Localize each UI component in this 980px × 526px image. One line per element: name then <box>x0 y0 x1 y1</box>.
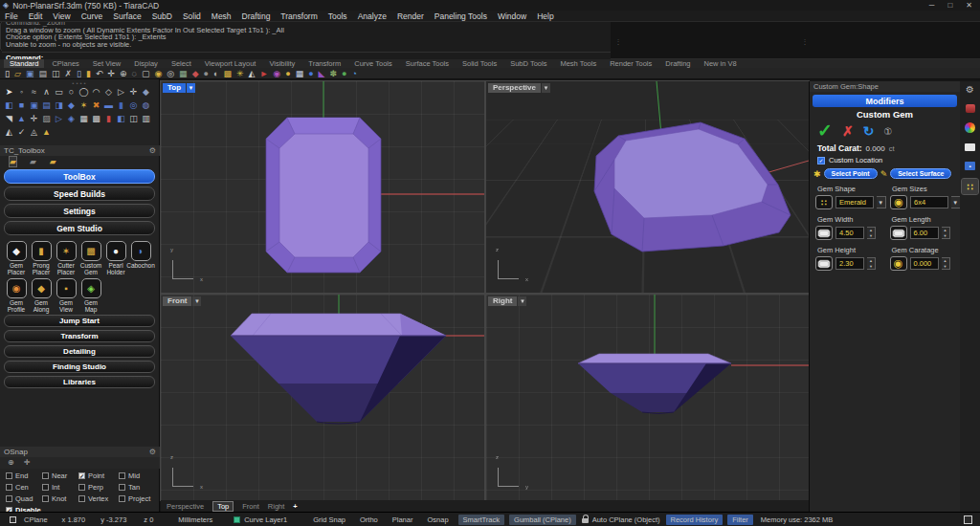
checkbox[interactable] <box>78 484 85 491</box>
toolbox-nav-button[interactable]: Settings <box>4 204 155 218</box>
viewport-perspective-label[interactable]: Perspective▼ <box>488 83 550 93</box>
toolbar-icon[interactable]: ▦ <box>179 69 188 78</box>
viewport-right[interactable]: Right▼ zy <box>486 295 809 500</box>
toolbar-icon[interactable]: ✳ <box>236 69 244 78</box>
gear-icon[interactable]: ⚙ <box>963 83 977 96</box>
custom-location-checkbox[interactable] <box>817 157 825 164</box>
gem-height-input[interactable]: 2.30 <box>835 257 864 270</box>
menu-item[interactable]: View <box>53 11 70 21</box>
palette-tool-icon[interactable]: ∧ <box>40 85 53 99</box>
palette-tool-icon[interactable]: ◬ <box>28 125 40 139</box>
units-indicator[interactable]: Millimeters <box>178 515 212 524</box>
toolbar-icon[interactable]: ◆ <box>192 69 199 78</box>
close-button[interactable]: ✕ <box>966 1 972 10</box>
auto-cplane-toggle[interactable]: Auto CPlane (Object) <box>592 515 660 524</box>
toolbar-icon[interactable]: ↶ <box>96 69 103 78</box>
toolbar-tab[interactable]: Standard <box>4 59 44 68</box>
gem-width-input[interactable]: 4.50 <box>835 227 864 239</box>
minimize-button[interactable]: ─ <box>929 1 935 10</box>
osnap-tab-icon[interactable]: ⊕ <box>8 458 14 469</box>
toolbar-icon[interactable]: ✽ <box>330 69 338 78</box>
palette-tool-icon[interactable]: ◦ <box>15 85 28 99</box>
gem-caratage-stepper[interactable]: ▲▼ <box>942 257 950 270</box>
toolbar-icon[interactable]: ◫ <box>52 69 60 78</box>
osnap-option[interactable]: Int <box>42 483 78 492</box>
viewport-perspective[interactable]: Perspective▼ zx <box>486 81 809 293</box>
osnap-panel-header[interactable]: OSnap ⚙ <box>0 447 160 457</box>
tools-panel-icon[interactable] <box>963 102 977 115</box>
gem-shape-select[interactable]: Emerald <box>835 196 874 208</box>
palette-tool-icon[interactable]: ◇ <box>102 85 115 99</box>
viewport-tab[interactable]: Perspective <box>167 502 204 511</box>
toolbar-tab[interactable]: Surface Tools <box>400 59 455 68</box>
palette-tool-icon[interactable]: ✛ <box>127 85 140 99</box>
layer-color-swatch[interactable] <box>234 516 240 523</box>
palette-tool-icon[interactable]: ◯ <box>78 85 90 99</box>
palette-tool-icon[interactable]: ▮ <box>102 112 115 125</box>
menu-item[interactable]: Analyze <box>358 11 387 21</box>
toolbar-icon[interactable]: ▱ <box>14 69 21 78</box>
cplane-indicator[interactable]: CPlane <box>24 515 48 524</box>
palette-tool-icon[interactable]: ■ <box>15 99 28 112</box>
menu-item[interactable]: Tools <box>328 11 347 21</box>
toolbar-icon[interactable]: ▯ <box>5 69 10 78</box>
toolbar-icon[interactable]: ▩ <box>223 69 232 78</box>
toolbar-icon[interactable]: ◎ <box>167 69 174 78</box>
viewport-tab[interactable]: Right <box>268 502 285 511</box>
select-point-button[interactable]: Select Point <box>824 168 878 179</box>
materials-panel-icon[interactable]: ▪ <box>963 160 977 172</box>
toolbar-icon[interactable]: ► <box>259 69 268 78</box>
toolbar-tab[interactable]: Solid Tools <box>457 59 502 68</box>
checkbox[interactable] <box>42 484 49 491</box>
menu-item[interactable]: SubD <box>152 11 172 21</box>
toolbar-tab[interactable]: Set View <box>87 59 126 68</box>
osnap-option[interactable]: Perp <box>78 483 119 492</box>
palette-tool-icon[interactable]: ▤ <box>40 99 53 112</box>
toolbar-icon[interactable]: ✛ <box>107 69 115 78</box>
osnap-option[interactable]: Cen <box>6 483 42 492</box>
checkbox[interactable] <box>119 495 125 502</box>
toolbar-icon[interactable]: ▣ <box>26 69 34 78</box>
viewport-right-label[interactable]: Right▼ <box>488 296 526 306</box>
custom-gem-panel-tab-icon[interactable]: ∷ <box>962 179 978 194</box>
menu-item[interactable]: Drafting <box>242 11 271 21</box>
palette-tool-icon[interactable]: ▣ <box>28 99 40 112</box>
menu-item[interactable]: Window <box>498 11 526 21</box>
lock-icon[interactable] <box>582 518 589 523</box>
toolbar-icon[interactable]: ◐ <box>213 69 218 78</box>
panel-grip[interactable]: ⋮ <box>616 28 620 55</box>
palette-tool-icon[interactable]: ➤ <box>3 85 15 99</box>
gem-tool-button[interactable]: ◗ Cabochon <box>128 241 153 276</box>
toolbar-icon[interactable]: ◌ <box>132 69 137 78</box>
toolbox-section-button[interactable]: Transform <box>4 330 155 342</box>
status-toggle-icon[interactable] <box>10 516 16 523</box>
toolbar-tab[interactable]: Display <box>128 59 164 68</box>
toolbar-icon[interactable]: ● <box>204 69 209 78</box>
toolbar-tab[interactable]: Transform <box>302 59 346 68</box>
toolbar-tab[interactable]: Visibility <box>263 59 301 68</box>
gem-width-stepper[interactable]: ▲▼ <box>867 227 876 239</box>
menu-item[interactable]: Solid <box>183 11 201 21</box>
refresh-icon[interactable]: ↻ <box>863 123 875 139</box>
toolbar-icon[interactable]: ▯ <box>77 69 81 78</box>
checkbox[interactable] <box>119 484 125 491</box>
viewport-top-label[interactable]: Top▼ <box>163 83 195 93</box>
checkbox[interactable] <box>6 472 12 479</box>
gem-sizes-select[interactable]: 6x4 <box>910 196 948 208</box>
gem-length-input[interactable]: 6.00 <box>910 227 939 239</box>
toolbar-icon[interactable]: ▮ <box>86 69 91 78</box>
status-toggle[interactable]: Gumball (CPlane) <box>509 515 576 525</box>
chevron-down-icon[interactable]: ▼ <box>877 196 886 208</box>
status-toggle[interactable]: Osnap <box>422 515 453 525</box>
gem-tool-button[interactable]: ▮ Prong Placer <box>29 241 54 276</box>
osnap-option[interactable]: End <box>6 471 42 480</box>
panel-grip[interactable]: ⋮ <box>803 28 807 55</box>
palette-tool-icon[interactable]: ✶ <box>78 99 90 112</box>
maximize-button[interactable]: □ <box>947 1 952 10</box>
gear-icon[interactable]: ⚙ <box>149 448 156 456</box>
menu-item[interactable]: Help <box>537 11 553 21</box>
osnap-option[interactable]: Vertex <box>78 494 119 503</box>
gem-length-stepper[interactable]: ▲▼ <box>942 227 950 239</box>
checkbox[interactable] <box>119 472 125 479</box>
toolbar-icon[interactable]: ▤ <box>38 69 47 78</box>
